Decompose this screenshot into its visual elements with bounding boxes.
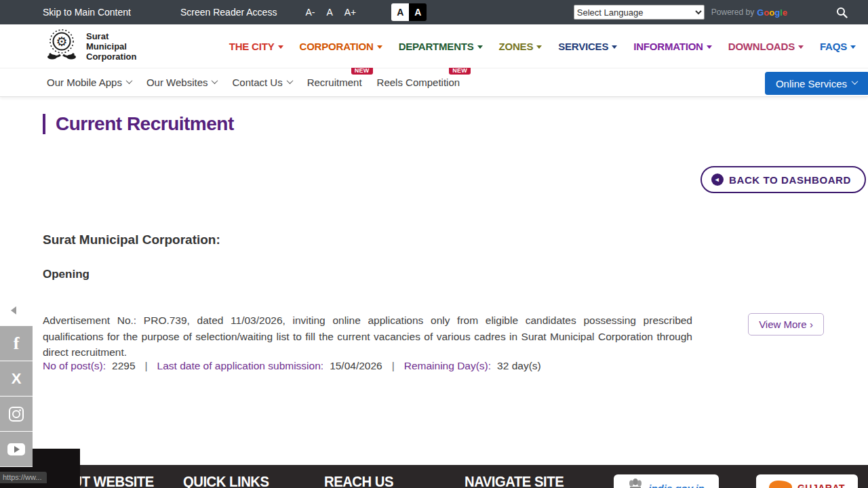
smc-emblem-icon: ⚙ <box>43 26 81 66</box>
stat-value: 32 day(s) <box>497 360 541 372</box>
chevron-down-icon <box>852 78 859 85</box>
nav-item-departments[interactable]: DEPARTMENTS <box>399 41 483 52</box>
search-icon[interactable] <box>836 7 848 18</box>
nav-item-corporation[interactable]: CORPORATION <box>300 41 382 52</box>
stat-separator: | <box>392 360 395 372</box>
skip-to-content-link[interactable]: Skip to Main Content <box>43 7 131 18</box>
smc-logo[interactable]: ⚙ Surat Municipal Corporation <box>43 26 136 66</box>
chevron-down-icon <box>212 77 218 84</box>
caret-down-icon <box>536 45 542 49</box>
font-increase-button[interactable]: A+ <box>344 7 357 18</box>
secondary-nav: Our Mobile AppsOur WebsitesContact UsRec… <box>0 68 868 97</box>
powered-by-label: Powered by <box>711 7 754 17</box>
nav-item-services[interactable]: SERVICES <box>558 41 617 52</box>
instagram-icon[interactable] <box>0 396 33 432</box>
title-accent-bar <box>43 114 45 134</box>
nav-item-faqs[interactable]: FAQS <box>820 41 856 52</box>
secondary-nav-items: Our Mobile AppsOur WebsitesContact UsRec… <box>47 77 460 88</box>
screen-reader-link[interactable]: Screen Reader Access <box>180 7 277 18</box>
stat-label: Remaining Day(s): <box>404 360 491 372</box>
topbar-right: Select Language Powered by Google <box>574 5 868 20</box>
gujarat-label: GUJARAT <box>797 483 845 488</box>
facebook-icon[interactable]: f <box>0 326 33 361</box>
contrast-toggle: A A <box>391 3 427 21</box>
page-title-row: Current Recruitment <box>43 113 234 135</box>
google-logo: Google <box>757 7 787 18</box>
subnav-item-reels-competition[interactable]: Reels CompetitionNEW <box>377 77 460 88</box>
org-heading: Surat Municipal Corporation: <box>43 232 220 247</box>
nav-item-information[interactable]: INFORMATION <box>633 41 712 52</box>
site-header: ⚙ Surat Municipal Corporation THE CITYCO… <box>0 24 868 68</box>
stat-label: Last date of application submission: <box>157 360 324 372</box>
subnav-item-our-websites[interactable]: Our Websites <box>146 77 218 88</box>
font-size-controls: A- A A+ <box>305 7 356 18</box>
gujarat-map-icon <box>769 481 792 488</box>
stat-value: 2295 <box>112 360 135 372</box>
site-footer: india.gov.in GUJARAT ABOUT WEBSITEQUICK … <box>0 465 868 488</box>
language-select[interactable]: Select Language <box>574 5 705 20</box>
nav-item-zones[interactable]: ZONES <box>499 41 542 52</box>
advertisement-text: Advertisement No.: PRO.739, dated 11/03/… <box>43 312 692 361</box>
caret-down-icon <box>850 45 856 49</box>
section-heading: Opening <box>43 268 90 281</box>
india-emblem-icon <box>628 478 643 488</box>
india-gov-label: india.gov.in <box>648 483 705 488</box>
stat-value: 15/04/2026 <box>330 360 382 372</box>
nav-item-downloads[interactable]: DOWNLOADS <box>728 41 804 52</box>
main-nav: THE CITYCORPORATIONDEPARTMENTSZONESSERVI… <box>229 41 856 52</box>
font-decrease-button[interactable]: A- <box>305 7 315 18</box>
contrast-light-button[interactable]: A <box>391 3 409 21</box>
smc-logo-text: Surat Municipal Corporation <box>86 31 136 62</box>
youtube-icon[interactable] <box>0 432 33 467</box>
recruitment-stats-row: No of post(s):2295|Last date of applicat… <box>43 360 541 372</box>
online-services-button[interactable]: Online Services <box>765 72 868 95</box>
stat-label: No of post(s): <box>43 360 106 372</box>
x-twitter-icon[interactable]: X <box>0 361 33 396</box>
caret-down-icon <box>278 45 283 49</box>
india-gov-badge[interactable]: india.gov.in <box>614 474 719 488</box>
social-sidebar: f X <box>0 326 33 467</box>
top-utility-bar: Skip to Main Content Screen Reader Acces… <box>0 0 868 24</box>
subnav-item-contact-us[interactable]: Contact Us <box>232 77 292 88</box>
link-preview-statusbar: https://ww... <box>0 472 47 483</box>
back-to-dashboard-button[interactable]: ◄ BACK TO DASHBOARD <box>701 166 866 193</box>
page-title: Current Recruitment <box>56 113 234 135</box>
chevron-down-icon <box>286 77 293 84</box>
arrow-left-circle-icon: ◄ <box>711 174 724 186</box>
caret-down-icon <box>377 45 382 49</box>
view-more-button[interactable]: View More › <box>748 313 824 336</box>
contrast-dark-button[interactable]: A <box>409 3 427 21</box>
footer-heading-quick-links: QUICK LINKS <box>183 473 269 488</box>
stat-separator: | <box>145 360 148 372</box>
footer-heading-navigate-site: NAVIGATE SITE <box>465 473 564 488</box>
footer-heading-reach-us: REACH US <box>324 473 393 488</box>
caret-down-icon <box>612 45 617 49</box>
svg-text:⚙: ⚙ <box>56 35 67 49</box>
collapse-social-arrow-icon[interactable] <box>11 306 16 314</box>
subnav-item-our-mobile-apps[interactable]: Our Mobile Apps <box>47 77 132 88</box>
caret-down-icon <box>707 45 712 49</box>
subnav-item-recruitment[interactable]: RecruitmentNEW <box>307 77 362 88</box>
font-normal-button[interactable]: A <box>326 7 332 18</box>
nav-item-the-city[interactable]: THE CITY <box>229 41 283 52</box>
caret-down-icon <box>477 45 483 49</box>
chevron-down-icon <box>125 77 132 84</box>
gujarat-badge[interactable]: GUJARAT <box>756 474 858 488</box>
caret-down-icon <box>798 45 804 49</box>
